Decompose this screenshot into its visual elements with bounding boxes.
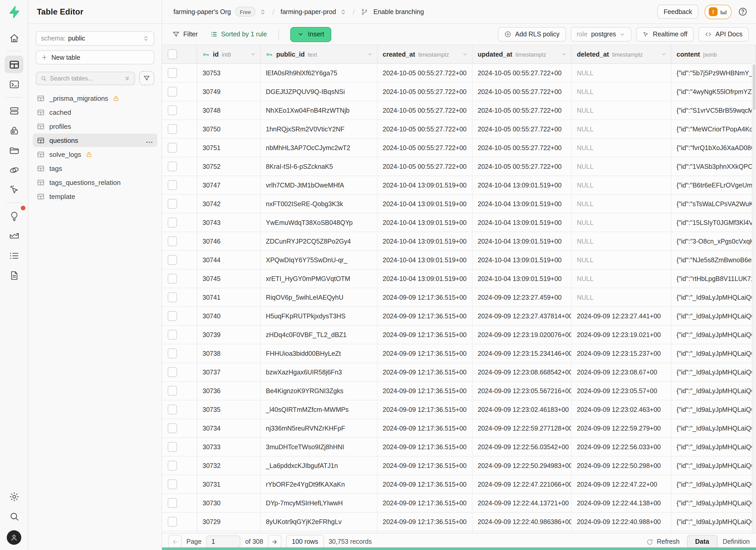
cell-content[interactable]: {"id":"_Id9aLyJpMHQLaiQC <box>671 419 756 437</box>
cell-id[interactable]: 30747 <box>197 176 261 194</box>
chevron-down-icon[interactable] <box>250 51 256 57</box>
new-table-button[interactable]: New table <box>36 50 154 64</box>
cell-content[interactable]: {"id":"_Id9aLyJpMHQLaiQC <box>671 513 756 531</box>
cell-deleted_at[interactable]: 2024-09-09 12:22:44.138+00 <box>572 494 671 512</box>
cell-created_at[interactable]: 2024-09-09 12:17:36.515+00 <box>377 438 473 456</box>
cell-deleted_at[interactable]: NULL <box>572 157 671 176</box>
cell-public_id[interactable]: DGEJfJZPQUV9Q-IBqsNSi <box>261 83 377 101</box>
add-rls-policy-button[interactable]: Add RLS policy <box>498 27 566 42</box>
cell-content[interactable]: {"id":"fvrQ1bXoJ6XaAD08G <box>671 139 756 157</box>
cell-id[interactable]: 30745 <box>197 270 261 288</box>
cell-public_id[interactable]: DYp-7mcyMSIrHefLYIwwH <box>261 494 377 512</box>
cell-deleted_at[interactable]: NULL <box>572 251 671 269</box>
cell-content[interactable]: {"id":"S1vrVC5BrB59wqcM4 <box>671 101 756 119</box>
cell-deleted_at[interactable]: NULL <box>572 232 671 250</box>
cell-created_at[interactable]: 2024-10-05 00:55:27.722+00 <box>377 120 473 138</box>
cell-public_id[interactable]: nxFT002ISeRE-Qobg3K3k <box>261 195 377 213</box>
cell-public_id[interactable]: zHDq4c0F0VBF_TL2_dBZ1 <box>261 326 377 344</box>
rows-per-page-button[interactable]: 100 rows <box>286 535 324 548</box>
row-checkbox[interactable] <box>168 423 177 433</box>
cell-updated_at[interactable]: 2024-10-04 13:09:01.519+00 <box>473 270 572 288</box>
cell-deleted_at[interactable]: 2024-09-09 12:23:19.021+00 <box>572 326 671 344</box>
auth-lock-icon[interactable] <box>5 122 23 139</box>
cell-updated_at[interactable]: 2024-09-09 12:23:08.668542+00 <box>473 363 572 381</box>
cell-deleted_at[interactable]: 2024-09-09 12:23:05.57+00 <box>572 382 671 400</box>
cell-deleted_at[interactable]: NULL <box>572 213 671 232</box>
cell-content[interactable]: {"id":"_Id9aLyJpMHQLaiQC <box>671 457 756 475</box>
cell-updated_at[interactable]: 2024-10-05 00:55:27.722+00 <box>473 83 572 101</box>
supabase-logo-icon[interactable] <box>7 5 21 19</box>
row-checkbox[interactable] <box>168 330 177 340</box>
cell-id[interactable]: 30739 <box>197 326 261 344</box>
org-chevrons-icon[interactable] <box>260 9 266 15</box>
cell-updated_at[interactable]: 2024-10-05 00:55:27.722+00 <box>473 139 572 157</box>
cell-public_id[interactable]: RiqOV6p_5wihLeIAEQyhU <box>261 288 377 306</box>
cell-updated_at[interactable]: 2024-09-09 12:22:50.294983+00 <box>473 457 572 475</box>
cell-updated_at[interactable]: 2024-09-09 12:23:05.567216+00 <box>473 382 572 400</box>
database-icon[interactable] <box>5 102 23 119</box>
realtime-toggle-button[interactable]: Realtime off <box>636 27 694 42</box>
cell-deleted_at[interactable]: 2024-09-09 12:22:56.033+00 <box>572 438 671 456</box>
cell-public_id[interactable]: 0L5BAfDaLDl5rQOiqeKPO <box>261 531 377 533</box>
next-page-button[interactable] <box>268 535 281 548</box>
column-header-deleted_at[interactable]: deleted_attimestamptz <box>572 45 671 63</box>
cell-updated_at[interactable]: 2024-09-09 12:22:44.13721+00 <box>473 494 572 512</box>
cell-created_at[interactable]: 2024-09-09 12:17:36.515+00 <box>377 400 473 419</box>
cell-created_at[interactable]: 2024-10-05 00:55:27.722+00 <box>377 64 473 82</box>
row-checkbox[interactable] <box>168 348 177 358</box>
cell-created_at[interactable]: 2024-10-04 13:09:01.519+00 <box>377 232 473 250</box>
cell-content[interactable]: {"id":"_Id9aLyJpMHQLaiQC <box>671 438 756 456</box>
cell-deleted_at[interactable]: NULL <box>572 120 671 138</box>
sidebar-table-questions[interactable]: questions... <box>33 133 157 147</box>
cell-public_id[interactable]: ZDCunRYJP2CQ5Z8Po2Gy4 <box>261 232 377 250</box>
cell-id[interactable]: 30733 <box>197 438 261 456</box>
cell-updated_at[interactable]: 2024-09-09 12:23:27.459+00 <box>473 288 572 306</box>
cell-content[interactable]: {"id":"_Id9aLyJpMHQLaiQC <box>671 288 756 306</box>
cell-content[interactable]: {"id":"15LSIyT0JGMf3Kl4Vn <box>671 213 756 232</box>
cell-created_at[interactable]: 2024-09-09 12:17:36.515+00 <box>377 531 473 533</box>
cell-content[interactable]: {"id":"4wyNgK55lOfrpmYZo <box>671 83 756 101</box>
cell-created_at[interactable]: 2024-09-09 12:17:36.515+00 <box>377 457 473 475</box>
chevron-down-icon[interactable] <box>367 51 373 57</box>
chevron-down-icon[interactable] <box>561 51 567 57</box>
cell-updated_at[interactable]: 2024-10-05 00:55:27.722+00 <box>473 101 572 119</box>
cell-created_at[interactable]: 2024-09-09 12:17:36.515+00 <box>377 326 473 344</box>
cell-updated_at[interactable]: 2024-10-04 13:09:01.519+00 <box>473 176 572 194</box>
cell-deleted_at[interactable]: NULL <box>572 139 671 157</box>
cell-created_at[interactable]: 2024-09-09 12:17:36.515+00 <box>377 382 473 400</box>
sidebar-table-tags_questions_relation[interactable]: tags_questions_relation <box>33 176 157 189</box>
cell-content[interactable]: {"id":"_Id9aLyJpMHQLaiQC <box>671 363 756 381</box>
schema-select[interactable]: schema: public <box>36 31 154 46</box>
row-checkbox[interactable] <box>168 87 177 97</box>
cell-created_at[interactable]: 2024-10-05 00:55:27.722+00 <box>377 157 473 176</box>
org-breadcrumb[interactable]: farming-paper's Org <box>173 8 231 15</box>
refresh-button[interactable]: Refresh <box>646 538 680 545</box>
cell-content[interactable]: {"id":"_Id9aLyJpMHQLaiQC <box>671 307 756 325</box>
row-checkbox[interactable] <box>168 199 177 209</box>
column-header-public_id[interactable]: public_idtext <box>261 45 377 63</box>
cell-public_id[interactable]: 8KraI-tSI-6-pSZcknaK5 <box>261 157 377 176</box>
cell-id[interactable]: 30744 <box>197 251 261 269</box>
cell-id[interactable]: 30737 <box>197 363 261 381</box>
cell-created_at[interactable]: 2024-09-09 12:17:36.515+00 <box>377 363 473 381</box>
row-checkbox[interactable] <box>168 405 177 414</box>
page-number-input[interactable]: 1 <box>206 535 240 548</box>
api-docs-file-icon[interactable] <box>5 266 23 284</box>
column-header-content[interactable]: contentjsonb <box>671 45 756 63</box>
cell-public_id[interactable]: NhXEo1Xw04FnB4RzWTNjb <box>261 101 377 119</box>
row-checkbox[interactable] <box>168 386 177 396</box>
cell-deleted_at[interactable]: 2024-09-09 12:23:27.441+00 <box>572 307 671 325</box>
row-checkbox[interactable] <box>168 274 177 284</box>
cell-updated_at[interactable]: 2024-10-04 13:09:01.519+00 <box>473 251 572 269</box>
tab-definition[interactable]: Definition <box>723 538 750 545</box>
cell-content[interactable]: {"id":"5b7j5Pz9WHBNmY_A <box>671 64 756 82</box>
row-checkbox[interactable] <box>168 105 177 115</box>
cell-content[interactable]: {"id":"_Id9aLyJpMHQLaiQC <box>671 382 756 400</box>
project-breadcrumb[interactable]: farming-paper-prod <box>281 8 336 15</box>
cell-id[interactable]: 30751 <box>197 139 261 157</box>
cell-updated_at[interactable]: 2024-10-04 13:09:01.519+00 <box>473 232 572 250</box>
chevron-down-icon[interactable] <box>462 51 468 57</box>
chevron-down-icon[interactable] <box>661 51 667 57</box>
realtime-icon[interactable] <box>5 181 23 198</box>
sidebar-table-solve_logs[interactable]: solve_logs <box>33 147 157 161</box>
